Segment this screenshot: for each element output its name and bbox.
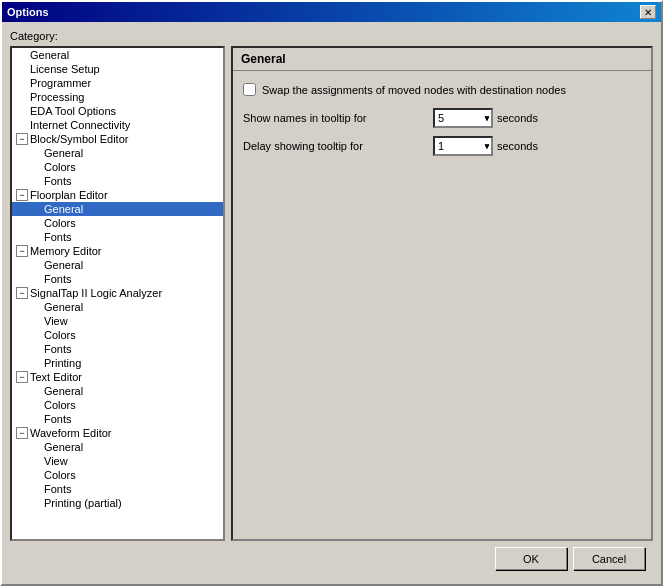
tree-item-label: Programmer xyxy=(30,77,91,89)
tree-item-text-editor[interactable]: −Text Editor xyxy=(12,370,223,384)
tree-item-label: Colors xyxy=(44,217,76,229)
show-names-label: Show names in tooltip for xyxy=(243,112,433,124)
show-names-suffix: seconds xyxy=(497,112,538,124)
title-bar: Options ✕ xyxy=(2,2,661,22)
tree-item-bse-general[interactable]: General xyxy=(12,146,223,160)
tree-item-waveform-editor[interactable]: −Waveform Editor xyxy=(12,426,223,440)
tree-item-we-view[interactable]: View xyxy=(12,454,223,468)
tree-item-label: General xyxy=(44,301,83,313)
tree-item-label: Fonts xyxy=(44,413,72,425)
tree-item-label: Floorplan Editor xyxy=(30,189,108,201)
tree-item-label: Colors xyxy=(44,399,76,411)
tree-item-fpe-colors[interactable]: Colors xyxy=(12,216,223,230)
delay-suffix: seconds xyxy=(497,140,538,152)
tree-item-signaltap[interactable]: −SignalTap II Logic Analyzer xyxy=(12,286,223,300)
tree-item-we-general[interactable]: General xyxy=(12,440,223,454)
swap-assignments-label: Swap the assignments of moved nodes with… xyxy=(262,84,566,96)
show-names-select-wrapper: 5 ▼ xyxy=(433,108,493,128)
tree-item-label: Colors xyxy=(44,329,76,341)
tree-item-fpe-fonts[interactable]: Fonts xyxy=(12,230,223,244)
tree-item-bse-fonts[interactable]: Fonts xyxy=(12,174,223,188)
tree-item-label: Text Editor xyxy=(30,371,82,383)
tree-item-st-printing[interactable]: Printing xyxy=(12,356,223,370)
show-names-select[interactable]: 5 xyxy=(433,108,493,128)
collapse-icon[interactable]: − xyxy=(16,287,28,299)
tree-item-label: Fonts xyxy=(44,483,72,495)
collapse-icon[interactable]: − xyxy=(16,427,28,439)
tree-item-license-setup[interactable]: License Setup xyxy=(12,62,223,76)
tree-item-st-colors[interactable]: Colors xyxy=(12,328,223,342)
dialog-buttons: OK Cancel xyxy=(10,541,653,576)
tree-item-te-colors[interactable]: Colors xyxy=(12,398,223,412)
tree-item-label: View xyxy=(44,315,68,327)
tree-item-processing[interactable]: Processing xyxy=(12,90,223,104)
cancel-button[interactable]: Cancel xyxy=(573,547,645,570)
tree-item-label: Memory Editor xyxy=(30,245,102,257)
right-panel: General Swap the assignments of moved no… xyxy=(231,46,653,541)
tree-item-te-general[interactable]: General xyxy=(12,384,223,398)
tree-item-label: EDA Tool Options xyxy=(30,105,116,117)
tree-item-label: License Setup xyxy=(30,63,100,75)
tree-item-st-view[interactable]: View xyxy=(12,314,223,328)
tree-item-label: General xyxy=(30,49,69,61)
category-label: Category: xyxy=(10,30,653,42)
tree-item-te-fonts[interactable]: Fonts xyxy=(12,412,223,426)
tree-item-block-symbol-editor[interactable]: −Block/Symbol Editor xyxy=(12,132,223,146)
main-area: GeneralLicense SetupProgrammerProcessing… xyxy=(10,46,653,541)
tree-item-label: Internet Connectivity xyxy=(30,119,130,131)
tree-item-floorplan-editor[interactable]: −Floorplan Editor xyxy=(12,188,223,202)
tree-item-internet-connectivity[interactable]: Internet Connectivity xyxy=(12,118,223,132)
tree-item-me-fonts[interactable]: Fonts xyxy=(12,272,223,286)
tree-item-memory-editor[interactable]: −Memory Editor xyxy=(12,244,223,258)
tree-item-label: Printing xyxy=(44,357,81,369)
tree-item-eda-tool-options[interactable]: EDA Tool Options xyxy=(12,104,223,118)
collapse-icon[interactable]: − xyxy=(16,371,28,383)
swap-assignments-row: Swap the assignments of moved nodes with… xyxy=(243,83,641,96)
tree-item-label: Fonts xyxy=(44,343,72,355)
tree-item-label: Waveform Editor xyxy=(30,427,112,439)
tree-item-fpe-general[interactable]: General xyxy=(12,202,223,216)
tree-item-label: Fonts xyxy=(44,231,72,243)
swap-assignments-checkbox[interactable] xyxy=(243,83,256,96)
delay-select[interactable]: 1 xyxy=(433,136,493,156)
right-panel-header: General xyxy=(233,48,651,71)
tree-item-label: General xyxy=(44,203,83,215)
tree-item-general-top[interactable]: General xyxy=(12,48,223,62)
close-button[interactable]: ✕ xyxy=(640,5,656,19)
tree-item-st-fonts[interactable]: Fonts xyxy=(12,342,223,356)
tree-item-label: Block/Symbol Editor xyxy=(30,133,128,145)
tree-item-label: View xyxy=(44,455,68,467)
tree-item-programmer[interactable]: Programmer xyxy=(12,76,223,90)
tree-item-bse-colors[interactable]: Colors xyxy=(12,160,223,174)
collapse-icon[interactable]: − xyxy=(16,245,28,257)
collapse-icon[interactable]: − xyxy=(16,189,28,201)
tree-item-label: SignalTap II Logic Analyzer xyxy=(30,287,162,299)
tree-item-label: Fonts xyxy=(44,175,72,187)
right-panel-body: Swap the assignments of moved nodes with… xyxy=(233,71,651,539)
tree-item-we-printing[interactable]: Printing (partial) xyxy=(12,496,223,510)
category-tree[interactable]: GeneralLicense SetupProgrammerProcessing… xyxy=(10,46,225,541)
dialog-title: Options xyxy=(7,6,49,18)
collapse-icon[interactable]: − xyxy=(16,133,28,145)
tree-item-me-general[interactable]: General xyxy=(12,258,223,272)
delay-select-wrapper: 1 ▼ xyxy=(433,136,493,156)
options-dialog: Options ✕ Category: GeneralLicense Setup… xyxy=(0,0,663,586)
tree-item-label: Printing (partial) xyxy=(44,497,122,509)
delay-row: Delay showing tooltip for 1 ▼ seconds xyxy=(243,136,641,156)
tree-item-label: Colors xyxy=(44,469,76,481)
dialog-content: Category: GeneralLicense SetupProgrammer… xyxy=(2,22,661,584)
tree-item-label: General xyxy=(44,147,83,159)
tree-item-label: Fonts xyxy=(44,273,72,285)
tree-item-label: General xyxy=(44,259,83,271)
delay-label: Delay showing tooltip for xyxy=(243,140,433,152)
tree-item-label: General xyxy=(44,385,83,397)
tree-item-st-general[interactable]: General xyxy=(12,300,223,314)
show-names-row: Show names in tooltip for 5 ▼ seconds xyxy=(243,108,641,128)
tree-item-label: Colors xyxy=(44,161,76,173)
tree-item-label: Processing xyxy=(30,91,84,103)
tree-item-label: General xyxy=(44,441,83,453)
ok-button[interactable]: OK xyxy=(495,547,567,570)
tree-item-we-fonts[interactable]: Fonts xyxy=(12,482,223,496)
tree-item-we-colors[interactable]: Colors xyxy=(12,468,223,482)
